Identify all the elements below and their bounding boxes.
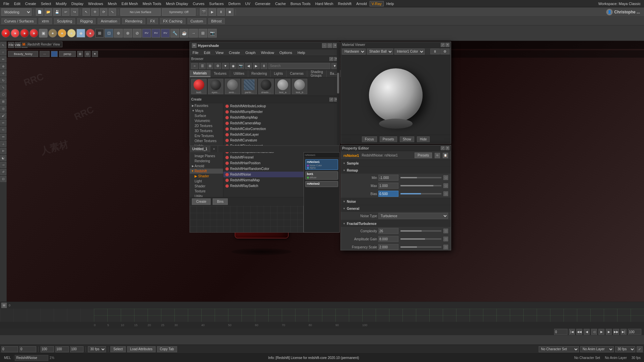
pe-frequency-expand-btn[interactable]: ⬡ [443, 245, 448, 249]
hs-menu-edit[interactable]: Edit [203, 51, 212, 55]
menu-create[interactable]: Create [23, 1, 38, 6]
menu-vray[interactable]: V-Ray [370, 1, 384, 6]
move-tool-btn[interactable]: ✛ [91, 8, 99, 16]
hs-pause-btn[interactable]: ⏸ [261, 63, 267, 69]
cat-maya-othertex[interactable]: Other Textures [190, 138, 223, 143]
shelf-icon-5[interactable]: ▣ [39, 29, 48, 38]
mv-pause-btn[interactable]: ⏸ [430, 49, 440, 54]
hs-sphere-display-btn[interactable]: ○ [191, 63, 198, 69]
loop-icon[interactable]: ↺ [0, 169, 6, 175]
hs-menu-view[interactable]: View [214, 51, 225, 55]
tl-next-frame-btn[interactable]: ▶▶ [613, 329, 619, 335]
pe-paste-btn[interactable]: 📋 [443, 153, 448, 158]
tl-tool-1[interactable]: M [1, 303, 7, 308]
timeline-content[interactable] [0, 309, 644, 322]
tab-cameras[interactable]: Cameras [286, 70, 307, 77]
hs-snap-btn[interactable]: ◉ [230, 63, 236, 69]
vp-star-btn[interactable]: ✦ [92, 51, 98, 57]
shelf-icon-13[interactable]: ⊕ [114, 29, 123, 38]
fill-icon[interactable]: ⊡ [0, 176, 6, 182]
menu-edit[interactable]: Edit [12, 1, 22, 6]
menu-help[interactable]: Help [384, 1, 396, 6]
scale-tool-btn[interactable]: ⤡ [109, 8, 116, 16]
rs-node-material[interactable]: bot1 diffuse [305, 171, 338, 180]
shelf-icon-wrench[interactable]: 🔧 [170, 29, 179, 38]
property-editor-presets-btn[interactable]: Presets [415, 153, 432, 158]
tl-prev-frame-btn[interactable]: ◀◀ [576, 329, 582, 335]
node-item-colorlayer[interactable]: RedshiftColorLayer [223, 132, 339, 137]
shelf-tab-curves-surfaces[interactable]: Curves / Surfaces [1, 18, 37, 24]
cat-maya-surface[interactable]: Surface [190, 113, 223, 118]
pe-amplitude-expand-btn[interactable]: ⬡ [443, 237, 448, 241]
bevel-icon[interactable]: ⬕ [0, 155, 6, 161]
shelf-tab-fx-caching[interactable]: FX Caching [160, 18, 185, 24]
bt-fps-select[interactable]: 30 fps [88, 346, 106, 352]
shelf-icon-10[interactable]: ● [86, 29, 95, 38]
cat-maya-imageplanes[interactable]: Image Planes [190, 154, 223, 159]
create-node-btn[interactable]: Create [192, 198, 211, 205]
tab-lights[interactable]: Lights [271, 70, 287, 77]
tab-textures[interactable]: Textures [211, 70, 230, 77]
mat-testb[interactable]: test_b [292, 79, 307, 94]
cat-rs-utility[interactable]: Utility [190, 194, 223, 197]
shelf-icon-6[interactable]: ● [48, 29, 57, 38]
cat-maya-3dtex[interactable]: 3D Textures [190, 128, 223, 133]
mv-focus-btn[interactable]: Focus [362, 136, 377, 142]
hypershade-search-input[interactable] [268, 63, 330, 69]
rotate-icon[interactable]: ↻ [0, 77, 6, 83]
save-scene-btn[interactable]: 💾 [53, 8, 61, 16]
menu-file[interactable]: File [1, 1, 11, 6]
menu-mesh[interactable]: Mesh [106, 1, 119, 6]
shelf-icon-2[interactable]: ● [11, 29, 19, 38]
pe-section-general-header[interactable]: ▼ General [341, 205, 451, 212]
snap-icon[interactable]: ⊞ [0, 99, 6, 105]
bt-expand-btn[interactable]: ⤢ [637, 346, 643, 352]
menu-edit-mesh[interactable]: Edit Mesh [119, 1, 140, 6]
new-scene-btn[interactable]: 📄 [36, 8, 43, 16]
pe-remap-bias-expand-btn[interactable]: ⬡ [443, 191, 448, 196]
sculpt-icon[interactable]: ⊕ [0, 63, 6, 69]
shelf-icon-camera[interactable]: 📷 [208, 29, 217, 38]
hs-list-display-btn[interactable]: ☰ [199, 63, 206, 69]
redo-btn[interactable]: ↪ [71, 8, 78, 16]
vp-renderer-dropdown[interactable]: Beauty_Noisy [8, 51, 38, 57]
pe-complexity-slider[interactable] [400, 230, 441, 232]
menu-generate[interactable]: Generate [253, 1, 272, 6]
bins-btn[interactable]: Bins [213, 198, 228, 205]
shelf-icon-3[interactable]: ● [20, 29, 29, 38]
script-input[interactable] [15, 355, 48, 361]
fps-select-right[interactable]: 30 fps [615, 346, 635, 352]
node-item-colorcorrection[interactable]: RedshiftColorCorrection [223, 126, 339, 132]
graph-tab-untitled1[interactable]: Untitled_1 [190, 146, 210, 152]
menu-uv[interactable]: UV [243, 1, 252, 6]
pe-noise-type-dropdown[interactable]: Turbulence [378, 213, 448, 219]
shelf-tab-rigging[interactable]: Rigging [77, 18, 96, 24]
select-tool-btn[interactable]: ↖ [83, 8, 90, 16]
rs-node-noise2[interactable]: rsNoise2 [305, 181, 338, 187]
shelf-icon-arrow[interactable]: → [189, 29, 198, 38]
cat-maya[interactable]: ▼ Maya [190, 108, 223, 113]
vp-file-btn[interactable]: File [8, 42, 14, 48]
shelf-tab-fx[interactable]: FX [147, 18, 158, 24]
vp-camera-dropdown[interactable]: persp [59, 51, 76, 57]
copy-tab-btn[interactable]: Copy Tab [157, 346, 177, 352]
mv-ball-dropdown[interactable]: Shader Ball [367, 49, 393, 55]
pause-btn[interactable]: ⏸ [217, 8, 225, 16]
mv-close-btn[interactable]: ✕ [445, 43, 449, 47]
mv-hide-btn[interactable]: Hide [417, 136, 430, 142]
hs-menu-file[interactable]: File [191, 51, 200, 55]
hs-prev-btn[interactable]: ◀ [245, 63, 252, 69]
pe-close-btn[interactable]: ✕ [445, 146, 449, 150]
cat-rs-texture[interactable]: Texture [190, 189, 223, 194]
menu-windows[interactable]: Windows [86, 1, 105, 6]
tab-shading-groups[interactable]: Shading Groups [307, 70, 327, 77]
shelf-tab-bifrost[interactable]: Bifrost [208, 18, 225, 24]
shelf-tab-rendering[interactable]: Rendering [122, 18, 145, 24]
menu-modify[interactable]: Modify [54, 1, 68, 6]
node-item-attributelookup[interactable]: RedshiftAttributeLookup [223, 103, 339, 109]
node-item-bumpmap[interactable]: RedshiftBumpMap [223, 115, 339, 120]
menu-curves[interactable]: Curves [191, 1, 207, 6]
graph-tab-add[interactable]: + [210, 146, 218, 152]
menu-hard-mesh[interactable]: Hard Mesh [313, 1, 335, 6]
scale-icon[interactable]: ⤡ [0, 84, 6, 90]
